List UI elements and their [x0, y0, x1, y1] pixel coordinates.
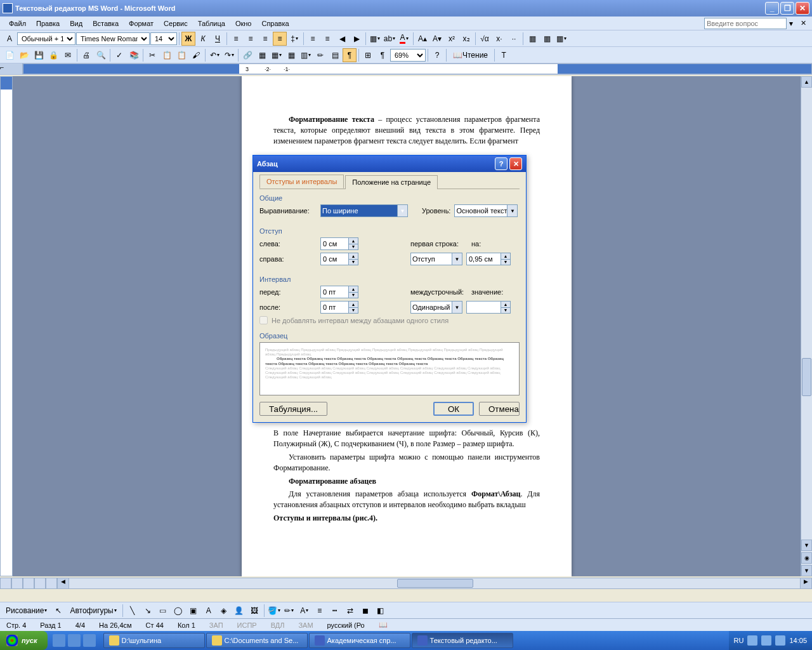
spin-up[interactable]: ▲ — [348, 286, 358, 293]
font-select[interactable]: Times New Roman — [76, 32, 150, 45]
taskbar-item-1[interactable]: D:\шульгина — [103, 633, 205, 648]
menu-file[interactable]: Файл — [4, 18, 31, 29]
align-right-button[interactable]: ≡ — [258, 32, 272, 46]
spin-down[interactable]: ▼ — [348, 293, 358, 298]
vertical-ruler[interactable] — [0, 76, 13, 576]
3d-button[interactable]: ◧ — [374, 604, 388, 618]
para-button[interactable]: ¶ — [376, 48, 390, 62]
diagram-button[interactable]: ◈ — [217, 604, 231, 618]
borders-button[interactable]: ▦ — [368, 32, 382, 46]
help-search-input[interactable] — [704, 18, 787, 29]
next-page-button[interactable]: ▼ — [801, 565, 812, 576]
nosame-checkbox[interactable] — [259, 316, 268, 324]
tray-time[interactable]: 14:05 — [789, 637, 807, 644]
redo-button[interactable]: ↷ — [222, 48, 236, 62]
start-button[interactable]: пуск — [0, 631, 48, 650]
format-painter-button[interactable]: 🖌 — [189, 48, 203, 62]
after-spinner[interactable]: 0 пт▲▼ — [320, 301, 358, 314]
bullets-button[interactable]: ≡ — [320, 32, 334, 46]
drawing-button[interactable]: ✏ — [313, 48, 327, 62]
menu-insert[interactable]: Вставка — [88, 18, 124, 29]
menu-edit[interactable]: Правка — [31, 18, 65, 29]
cancel-button[interactable]: Отмена — [479, 402, 520, 416]
columns-button[interactable]: ▥ — [299, 48, 313, 62]
firstline-by-spinner[interactable]: 0,95 см▲▼ — [466, 253, 511, 265]
spin-down[interactable]: ▼ — [501, 308, 510, 314]
firstline-select[interactable]: Отступ▼ — [410, 253, 462, 265]
status-lang[interactable]: русский (Ро — [325, 621, 367, 629]
view-print[interactable] — [23, 578, 34, 589]
spin-up[interactable]: ▲ — [348, 238, 358, 244]
bold-button[interactable]: Ж — [181, 32, 195, 46]
size-select[interactable]: 14 — [150, 32, 177, 45]
linespacing-select[interactable]: Одинарный▼ — [410, 301, 462, 314]
dialog-close-button[interactable]: ✕ — [509, 157, 522, 170]
prev-page-button[interactable]: ◉ — [801, 552, 812, 564]
right-indent-spinner[interactable]: 0 см▲▼ — [320, 253, 358, 265]
spin-down[interactable]: ▼ — [348, 308, 358, 314]
equation-button[interactable]: √α — [478, 32, 492, 46]
horizontal-ruler[interactable]: 3·2··1· — [23, 63, 812, 74]
extra-t-button[interactable]: T — [497, 48, 511, 62]
spin-up[interactable]: ▲ — [348, 253, 358, 260]
showall-button[interactable]: ¶ — [343, 48, 357, 62]
line-color-button[interactable]: ✏ — [282, 604, 296, 618]
rectangle-button[interactable]: ▭ — [156, 604, 170, 618]
grow-font-button[interactable]: A▴ — [416, 32, 429, 46]
research-button[interactable]: 📚 — [127, 48, 141, 62]
highlight-button[interactable]: ab — [383, 32, 396, 46]
restore-button[interactable]: ❐ — [780, 2, 794, 15]
spell-button[interactable]: ✓ — [112, 48, 126, 62]
level-select[interactable]: Основной текст▼ — [454, 204, 518, 217]
scroll-up-button[interactable]: ▲ — [801, 76, 812, 88]
cut-button[interactable]: ✂ — [145, 48, 159, 62]
line-spacing-button[interactable]: ‡ — [287, 32, 301, 46]
tabs-button[interactable]: Табуляция... — [259, 402, 327, 416]
align-left-button[interactable]: ≡ — [229, 32, 243, 46]
preview-button[interactable]: 🔍 — [94, 48, 108, 62]
spin-down[interactable]: ▼ — [501, 260, 510, 265]
spin-up[interactable]: ▲ — [501, 253, 510, 260]
superscript-button[interactable]: x² — [445, 32, 459, 46]
align-center-button[interactable]: ≡ — [244, 32, 258, 46]
menu-help[interactable]: Справка — [256, 18, 294, 29]
ql-2[interactable] — [68, 634, 81, 647]
menu-view[interactable]: Вид — [65, 18, 88, 29]
ruler-corner[interactable]: ⌐ — [0, 63, 23, 74]
extra1-button[interactable]: ▦ — [525, 32, 539, 46]
ok-button[interactable]: ОК — [433, 402, 474, 416]
tray-icon-3[interactable] — [775, 635, 785, 646]
status-ovr[interactable]: ЗАМ — [296, 621, 315, 629]
view-web[interactable] — [11, 578, 23, 589]
new-button[interactable]: 📄 — [3, 48, 16, 62]
tab-indents[interactable]: Отступы и интервалы — [259, 175, 344, 189]
menu-table[interactable]: Таблица — [193, 18, 230, 29]
misc4-button[interactable]: ⊞ — [361, 48, 375, 62]
tray-lang[interactable]: RU — [734, 637, 744, 644]
view-reading[interactable] — [46, 578, 57, 589]
menu-format[interactable]: Формат — [124, 18, 159, 29]
save-button[interactable]: 💾 — [32, 48, 46, 62]
taskbar-item-2[interactable]: C:\Documents and Se... — [206, 633, 308, 648]
font-color-button[interactable]: A — [397, 32, 411, 46]
scroll-down-button[interactable]: ▼ — [801, 540, 812, 551]
ql-3[interactable] — [83, 634, 96, 647]
help-dropdown[interactable]: ▾ — [787, 17, 796, 30]
picture-button[interactable]: 🖼 — [247, 604, 261, 618]
before-spinner[interactable]: 0 пт▲▼ — [320, 286, 358, 298]
dialog-titlebar[interactable]: Абзац ? ✕ — [253, 156, 526, 172]
hscroll-right[interactable]: ▶ — [800, 578, 811, 588]
autoshapes-menu[interactable]: Автофигуры — [67, 604, 119, 618]
fill-color-button[interactable]: 🪣 — [267, 604, 281, 618]
insert-table-button[interactable]: ▦ — [270, 48, 284, 62]
align-justify-button[interactable]: ≡ — [273, 32, 287, 46]
spin-down[interactable]: ▼ — [348, 244, 358, 250]
doc-close-button[interactable]: ✕ — [798, 18, 808, 29]
taskbar-item-3[interactable]: Академическая спр... — [309, 633, 410, 648]
permission-button[interactable]: 🔒 — [46, 48, 60, 62]
misc-button[interactable]: x· — [492, 32, 506, 46]
read-button[interactable]: 📖 Чтение — [449, 48, 492, 62]
horizontal-scrollbar[interactable]: ◀ ▶ — [57, 578, 812, 589]
line-button[interactable]: ╲ — [126, 604, 140, 618]
view-normal[interactable] — [0, 578, 11, 589]
